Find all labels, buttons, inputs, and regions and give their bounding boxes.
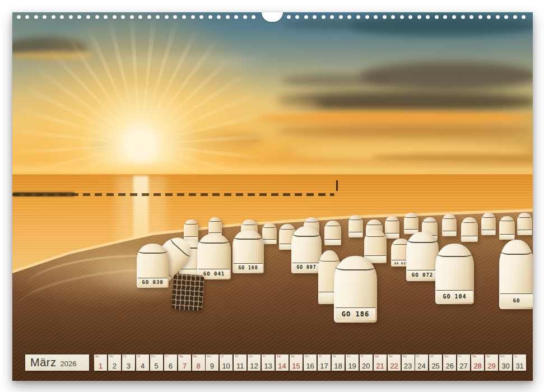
binding-hole — [504, 15, 508, 19]
binding-hole — [322, 15, 326, 19]
day-number: 12 — [248, 362, 261, 370]
binding-hole — [208, 15, 212, 19]
chair-label: GO 041 — [203, 271, 225, 277]
binding-hole — [226, 15, 230, 19]
calendar-day-cell: Di10 — [220, 354, 233, 371]
weekday-label: Sa — [375, 355, 379, 358]
calendar-day-cell: Mo16 — [304, 354, 317, 371]
beach-chair: GO 030 — [137, 244, 169, 288]
beach-chair: GO 160 — [233, 230, 264, 273]
chair-hood-trim — [366, 222, 382, 226]
chair-hood-trim — [365, 233, 386, 237]
binding-hole — [365, 15, 369, 19]
weekday-label: So — [95, 355, 99, 358]
binding-hole — [156, 15, 160, 19]
beach-chair — [442, 214, 457, 236]
weekday-label: Do — [347, 355, 351, 358]
binding-hole — [417, 15, 421, 19]
chair-label-band: GO 104 — [436, 290, 472, 302]
binding-hole — [287, 15, 291, 19]
day-number: 5 — [150, 362, 163, 370]
day-number: 16 — [304, 362, 317, 370]
year-label: 2026 — [60, 360, 76, 368]
chair-hood-trim — [443, 216, 456, 219]
beach-chair — [262, 223, 277, 244]
binding-hole — [86, 15, 90, 19]
chair-label: GO 030 — [142, 279, 164, 285]
binding-hole — [217, 15, 221, 19]
beach-chair — [364, 230, 387, 263]
calendar-day-cell: So1 — [94, 354, 107, 371]
calendar-day-cell: Mi25 — [429, 354, 442, 371]
weekday-label: Mo — [207, 355, 211, 358]
chair-hood-trim — [325, 223, 341, 226]
day-number: 9 — [206, 362, 218, 370]
weekday-label: Fr — [361, 355, 364, 358]
beach-chair — [404, 213, 419, 234]
weekday-label: Mo — [305, 355, 309, 358]
calendar-day-cell: So15 — [290, 354, 303, 371]
calendar-day-cell: Di31 — [513, 354, 526, 371]
chair-hood-trim — [500, 246, 533, 254]
day-number: 31 — [513, 362, 526, 370]
chair-hood-trim — [436, 250, 473, 257]
day-number: 2 — [108, 362, 121, 370]
binding-hole — [443, 15, 447, 19]
beach-chair: GO — [499, 240, 533, 309]
chair-label-band — [482, 230, 495, 235]
weekday-label: Mo — [500, 355, 505, 358]
calendar-day-cell: Sa7 — [178, 354, 190, 371]
weekday-label: Sa — [179, 355, 183, 358]
binding-hole — [391, 15, 395, 19]
day-number: 11 — [234, 362, 247, 370]
beach-chair — [517, 213, 532, 235]
chair-hood-trim — [482, 215, 495, 218]
calendar-day-cell: Do26 — [443, 354, 456, 371]
day-number: 24 — [415, 362, 428, 370]
calendar-day-cell: Di17 — [318, 354, 331, 371]
chair-label-band — [325, 239, 341, 244]
chair-label-band: GO 030 — [138, 278, 168, 287]
chair-label: GO 104 — [443, 293, 466, 300]
binding-hole — [199, 15, 203, 19]
calendar-day-cell: Mo9 — [206, 354, 218, 371]
beach-chair — [385, 216, 399, 239]
weekday-label: Mo — [403, 355, 407, 358]
chair-hood-trim — [209, 220, 222, 222]
weekday-label: Sa — [277, 355, 281, 358]
beach-chair: GO 041 — [197, 234, 231, 279]
binding-hole — [147, 15, 151, 19]
chair-label-band: GO 160 — [234, 263, 263, 272]
binding-hole — [408, 15, 412, 19]
calendar-day-cell: Do19 — [346, 354, 359, 371]
day-number: 28 — [471, 362, 484, 370]
weekday-label: Mi — [333, 355, 336, 358]
beach-chair — [171, 273, 204, 311]
day-number: 26 — [443, 362, 456, 370]
chair-label: GO 186 — [342, 310, 369, 318]
binding-hole — [313, 15, 317, 19]
chair-label-band — [443, 231, 456, 236]
binding-hole — [234, 15, 238, 19]
calendar-day-cell: Sa28 — [471, 354, 484, 371]
day-number: 25 — [429, 362, 442, 370]
calendar-day-cell: Di3 — [122, 354, 135, 371]
day-number: 19 — [346, 362, 359, 370]
weekday-label: Do — [151, 355, 155, 358]
sky — [12, 12, 533, 180]
beach-chair — [499, 216, 515, 240]
binding-hole — [173, 15, 177, 19]
chair-hood-trim — [304, 220, 319, 222]
month-name: März — [30, 354, 56, 370]
binding-hole — [52, 15, 55, 19]
calendar-product-mockup: GO 030GO 041GO 160GO 097GO 186GO 615GO 0… — [0, 0, 544, 392]
day-number: 7 — [178, 362, 191, 370]
chair-hood-trim — [500, 218, 514, 221]
day-number: 4 — [136, 362, 149, 370]
binding-hole — [130, 15, 134, 19]
chair-hood-trim — [138, 248, 168, 254]
calendar-day-cell: Mo30 — [499, 354, 512, 371]
binding-hole — [43, 15, 47, 19]
chair-label-band — [385, 233, 399, 238]
weekday-label: Mo — [109, 355, 114, 358]
